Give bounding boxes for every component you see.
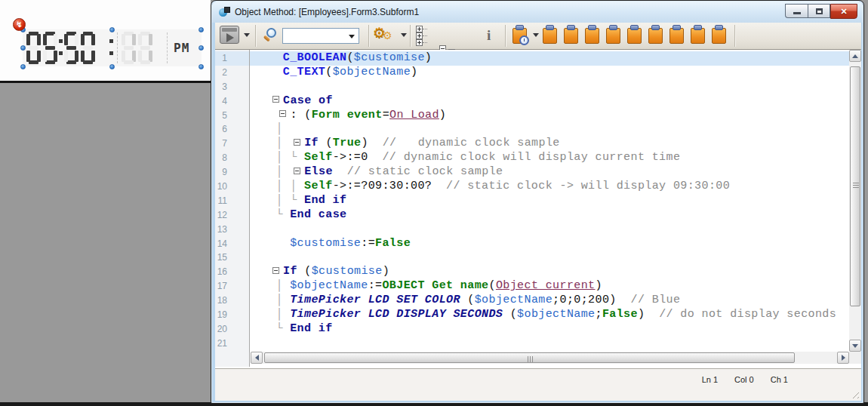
code-line[interactable]: 9 │ Else // static clock sample (215, 165, 849, 180)
clipboard-icon[interactable] (669, 28, 684, 44)
line-number: 19 (215, 308, 250, 322)
close-icon: ✕ (840, 7, 847, 17)
search-button[interactable] (262, 27, 279, 45)
horizontal-scrollbar[interactable] (251, 352, 849, 364)
clipboard-icon[interactable] (691, 28, 705, 44)
code-text: └ End case (250, 208, 849, 223)
selection-handle-top-center[interactable] (109, 27, 115, 32)
code-line[interactable]: 20 └ End if (215, 322, 849, 337)
code-text: $customise:=False (250, 237, 849, 251)
clipboard-icon[interactable] (606, 28, 620, 44)
resize-grip[interactable] (850, 389, 859, 398)
toolbar-separator (734, 25, 735, 47)
code-line[interactable]: 18 │ TimePicker LCD SET COLOR ($objectNa… (215, 294, 849, 308)
line-number: 11 (215, 194, 250, 208)
code-line[interactable]: 12 └ End case (215, 208, 849, 223)
horizontal-scroll-thumb[interactable] (264, 352, 795, 363)
search-icon (262, 27, 279, 45)
selection-handle-mid-left[interactable] (20, 45, 26, 51)
code-line[interactable]: 17 │ $objectName:=OBJECT Get name(Object… (215, 279, 849, 294)
selection-handle-bottom-center[interactable] (109, 64, 115, 69)
form-panel-divider (0, 81, 211, 83)
goto-button[interactable]: ⚙⚙ (373, 26, 400, 45)
code-line[interactable]: 21 (215, 337, 849, 351)
code-line[interactable]: 19 │ TimePicker LCD DISPLAY SECONDS ($ob… (215, 308, 849, 322)
code-line[interactable]: 13 (215, 223, 849, 237)
execute-dropdown-arrow-icon[interactable] (244, 33, 250, 37)
code-text: │ $objectName:=OBJECT Get name(Object cu… (250, 279, 849, 294)
vertical-scroll-thumb[interactable] (850, 66, 860, 306)
selection-handle-bottom-left[interactable] (20, 64, 26, 69)
line-number: 21 (215, 337, 250, 351)
line-number: 2 (215, 66, 250, 80)
toolbar-separator (255, 25, 256, 47)
toolbar: ⚙⚙ (215, 23, 861, 50)
maximize-button[interactable] (808, 4, 830, 18)
method-editor-window: Object Method: [Employees].Form3.Subform… (211, 0, 864, 404)
code-line[interactable]: 6 │ (215, 122, 849, 137)
code-line[interactable]: 14 $customise:=False (215, 237, 849, 251)
execute-method-button[interactable] (220, 26, 239, 44)
expand-all-button[interactable] (415, 26, 435, 45)
information-button[interactable]: i (487, 26, 491, 45)
vertical-scrollbar[interactable] (849, 50, 861, 352)
minimize-button[interactable] (785, 4, 808, 18)
macros-button[interactable] (512, 28, 527, 44)
scroll-left-button[interactable] (251, 352, 263, 364)
clipboard-icon[interactable] (585, 28, 599, 44)
line-number: 9 (215, 165, 250, 180)
code-text: If ($customise) (250, 265, 849, 279)
code-text: │ │ Self->:=?09:30:00? // static clock -… (250, 180, 849, 194)
goto-dropdown-arrow-icon[interactable] (401, 33, 407, 37)
status-column: Col 0 (734, 375, 754, 384)
lcd-clock-widget[interactable]: PM (23, 29, 202, 66)
status-bar: Ln 1 Col 0 Ch 1 (215, 368, 861, 401)
clipboard-icon[interactable] (564, 28, 578, 44)
lcd-digit (43, 32, 57, 64)
selection-handle-top-right[interactable] (199, 27, 204, 32)
macros-dropdown-arrow-icon[interactable] (533, 33, 539, 37)
code-line[interactable]: 8 │ └ Self->:=0 // dynamic clock will di… (215, 151, 849, 165)
scroll-right-button[interactable] (837, 352, 849, 364)
code-text: C_BOOLEAN($customise) (250, 51, 849, 66)
object-method-badge-icon[interactable]: ↯ (13, 18, 26, 31)
line-number: 10 (215, 180, 250, 194)
code-text (250, 223, 849, 237)
combo-dropdown-arrow-icon[interactable] (349, 35, 355, 38)
collapse-box-icon[interactable] (272, 267, 279, 274)
collapse-box-icon[interactable] (279, 110, 286, 117)
selection-handle-mid-right[interactable] (199, 45, 204, 51)
code-line[interactable]: 11 │ └ End if (215, 194, 849, 208)
scroll-down-button[interactable] (849, 340, 861, 352)
line-number: 7 (215, 137, 250, 151)
clipboard-icon[interactable] (712, 28, 726, 44)
code-line[interactable]: 2 C_TEXT($objectName) (215, 66, 849, 80)
collapse-box-icon[interactable] (294, 139, 300, 146)
code-editor[interactable]: 1 C_BOOLEAN($customise)2 C_TEXT($objectN… (215, 50, 861, 367)
window-titlebar[interactable]: Object Method: [Employees].Form3.Subform… (212, 2, 863, 23)
code-text: └ End if (250, 322, 849, 337)
code-line[interactable]: 5 : (Form event=On Load) (215, 109, 849, 123)
code-line[interactable]: 4Case of (215, 94, 849, 109)
toolbar-separator (410, 25, 411, 47)
code-line[interactable]: 10 │ │ Self->:=?09:30:00? // static cloc… (215, 180, 849, 194)
toolbar-separator (505, 25, 506, 47)
code-line[interactable]: 16If ($customise) (215, 265, 849, 279)
code-line[interactable]: 3 (215, 80, 849, 94)
selection-handle-bottom-right[interactable] (199, 64, 204, 69)
clipboard-icon[interactable] (627, 28, 642, 44)
clipboard-icon[interactable] (543, 28, 557, 44)
collapse-box-icon[interactable] (272, 96, 279, 103)
line-number: 15 (215, 251, 250, 265)
collapse-box-icon[interactable] (294, 168, 300, 174)
code-line[interactable]: 15 (215, 251, 849, 265)
clipboard-icon[interactable] (648, 28, 663, 44)
code-text (250, 80, 849, 94)
code-line[interactable]: 1 C_BOOLEAN($customise) (215, 51, 849, 66)
search-combobox[interactable] (282, 28, 359, 44)
code-text: │ (250, 122, 849, 137)
code-lines[interactable]: 1 C_BOOLEAN($customise)2 C_TEXT($objectN… (215, 51, 849, 351)
close-button[interactable]: ✕ (830, 4, 857, 19)
scroll-up-button[interactable] (849, 50, 861, 62)
code-line[interactable]: 7 │ If (True) // dynamic clock sample (215, 137, 849, 151)
